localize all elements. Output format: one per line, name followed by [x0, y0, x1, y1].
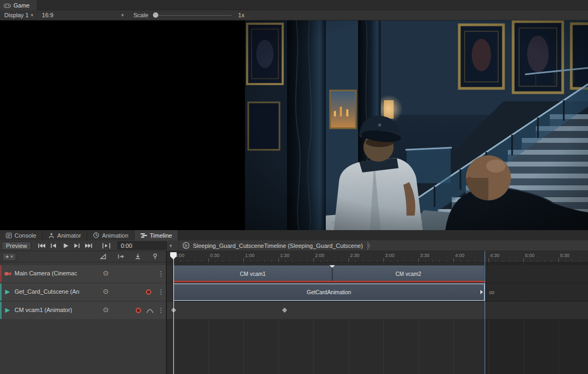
- track-menu-icon[interactable]: ⋮: [158, 270, 164, 278]
- track-name: CM vcam1 (Animator): [15, 307, 72, 313]
- console-icon: [6, 233, 12, 238]
- goto-start-button[interactable]: [36, 241, 47, 250]
- clip-label: CM vcam2: [396, 271, 422, 277]
- record-toggle-icon[interactable]: [136, 308, 141, 313]
- ruler-tick-label: 5:30: [560, 253, 570, 258]
- game-view-icon: [4, 3, 11, 8]
- post-extrapolation-infinity-icon: ∞: [489, 288, 494, 296]
- scene-vignette: [245, 20, 588, 230]
- preview-toggle-button[interactable]: Preview: [2, 241, 31, 250]
- clip-end-arrow-icon: [480, 290, 483, 294]
- animation-track-icon: [4, 307, 11, 314]
- timeline-left-toolbar: + ▾: [0, 251, 166, 262]
- tab-game-label: Game: [13, 2, 30, 9]
- scale-label: Scale: [134, 12, 149, 18]
- marker-pin-button[interactable]: [151, 252, 159, 261]
- curves-toggle-icon[interactable]: [146, 307, 153, 314]
- clip-get-card-animation[interactable]: GetCardAnimation: [173, 283, 485, 301]
- play-range-button[interactable]: [100, 241, 112, 250]
- time-options-dropdown[interactable]: ▾: [167, 241, 174, 250]
- ruler-tick-label: 5:00: [525, 253, 535, 258]
- tab-animation-label: Animation: [102, 232, 128, 239]
- ruler-tick-label: 4:00: [455, 253, 465, 258]
- scale-value: 1x: [238, 12, 244, 18]
- aspect-ratio-dropdown[interactable]: 16:9 ▾: [40, 11, 126, 20]
- ruler-tick-label: 1:00: [245, 253, 255, 258]
- tab-game[interactable]: Game: [0, 0, 37, 10]
- tab-timeline-label: Timeline: [150, 232, 172, 239]
- keyframe-diamond[interactable]: [282, 308, 288, 313]
- play-button[interactable]: [59, 241, 71, 250]
- cinemachine-track-icon: [4, 271, 11, 277]
- clip-label: GetCardAnimation: [307, 289, 351, 295]
- next-frame-button[interactable]: [71, 241, 83, 250]
- toolbar-separator: [178, 240, 179, 251]
- clip-cm-vcam2[interactable]: CM vcam2: [332, 265, 485, 282]
- chevron-down-icon: ▾: [10, 254, 13, 259]
- clip-cm-vcam1[interactable]: CM vcam1: [173, 265, 332, 282]
- track-scene-visibility-icon[interactable]: ⊙: [103, 288, 109, 295]
- goto-end-button[interactable]: [83, 241, 95, 250]
- track-menu-icon[interactable]: ⋮: [158, 307, 164, 314]
- ruler-tick-label: 2:00: [315, 253, 325, 258]
- add-track-button[interactable]: + ▾: [2, 253, 16, 261]
- mix-mode-button[interactable]: [99, 252, 108, 261]
- track-name: Get_Card_Cutscene (An: [15, 288, 79, 295]
- chevron-down-icon: ▾: [121, 12, 124, 18]
- record-toggle-icon[interactable]: [146, 289, 151, 295]
- chevron-down-icon: ▾: [170, 243, 172, 248]
- ruler-tick-label: 1:30: [280, 253, 290, 258]
- game-view-tabbar: Game: [0, 0, 588, 10]
- track-scene-visibility-icon[interactable]: ⊙: [103, 269, 109, 277]
- clip-blend-marker: [330, 265, 335, 268]
- scale-slider-knob[interactable]: [153, 12, 158, 18]
- unity-editor-window: Game Display 1 ▾ 16:9 ▾ Scale 1x: [0, 0, 588, 374]
- game-view-toolbar: Display 1 ▾ 16:9 ▾ Scale 1x: [0, 10, 588, 20]
- track-header-cm-vcam1[interactable]: CM vcam1 (Animator) ⊙ ⋮: [0, 302, 166, 319]
- add-track-label: +: [5, 253, 9, 260]
- tab-animator-label: Animator: [57, 232, 81, 239]
- chevron-down-icon: ▾: [31, 12, 33, 18]
- ruler-tick-label: 0:30: [210, 253, 220, 258]
- playhead-marker[interactable]: [170, 252, 177, 260]
- display-dropdown-label: Display 1: [4, 12, 29, 18]
- playhead-line: [173, 259, 174, 374]
- timeline-asset-icon: [183, 242, 190, 249]
- game-viewport[interactable]: [0, 20, 588, 230]
- track-scene-visibility-icon[interactable]: ⊙: [103, 306, 109, 314]
- bottom-panel-tabbar: Console Animator Animation Timeline: [0, 230, 588, 240]
- tab-console-label: Console: [15, 232, 36, 239]
- ruler-tick-label: 2:30: [350, 253, 360, 258]
- animation-track-icon: [4, 289, 11, 295]
- scale-slider[interactable]: [153, 15, 232, 16]
- transport-controls: [36, 241, 95, 250]
- previous-frame-button[interactable]: [47, 241, 59, 250]
- cinemachine-track-color-stripe: [173, 281, 485, 282]
- tab-animator[interactable]: Animator: [43, 230, 87, 240]
- timeline-duration-end-marker: [485, 251, 485, 374]
- ruler-tick-label: 3:00: [385, 253, 395, 258]
- track-menu-icon[interactable]: ⋮: [158, 288, 164, 296]
- display-dropdown[interactable]: Display 1 ▾: [2, 11, 36, 20]
- beyond-duration-overlay: [485, 262, 588, 374]
- timeline-clips-area: 0:00 0:30 1:00 1:30 2:00 2:30 3:00 3:30 …: [167, 251, 588, 374]
- timeline-time-field[interactable]: [117, 241, 167, 250]
- timeline-ruler[interactable]: 0:00 0:30 1:00 1:30 2:00 2:30 3:00 3:30 …: [167, 251, 588, 262]
- breadcrumb-chevron: [367, 241, 370, 251]
- track-header-get-card-cutscene[interactable]: Get_Card_Cutscene (An ⊙ ⋮: [0, 283, 166, 301]
- breadcrumb[interactable]: Sleeping_Guard_CutsceneTimeline (Sleepin…: [183, 242, 363, 249]
- preview-label: Preview: [6, 243, 27, 249]
- edit-mode-buttons: [99, 252, 159, 261]
- track-color-stripe: [0, 283, 2, 301]
- replace-mode-button[interactable]: [134, 252, 142, 261]
- ruler-tick-label: 3:30: [420, 253, 430, 258]
- track-header-main-camera[interactable]: Main Camera (Cinemac ⊙ ⋮: [0, 265, 166, 282]
- timeline-track-headers-panel: + ▾: [0, 251, 167, 374]
- tab-timeline[interactable]: Timeline: [135, 230, 178, 240]
- tab-animation[interactable]: Animation: [87, 230, 135, 240]
- aspect-ratio-label: 16:9: [42, 12, 53, 18]
- ruler-tick-label: 4:30: [490, 253, 500, 258]
- animator-icon: [48, 233, 54, 238]
- ripple-mode-button[interactable]: [116, 252, 125, 261]
- tab-console[interactable]: Console: [0, 230, 43, 240]
